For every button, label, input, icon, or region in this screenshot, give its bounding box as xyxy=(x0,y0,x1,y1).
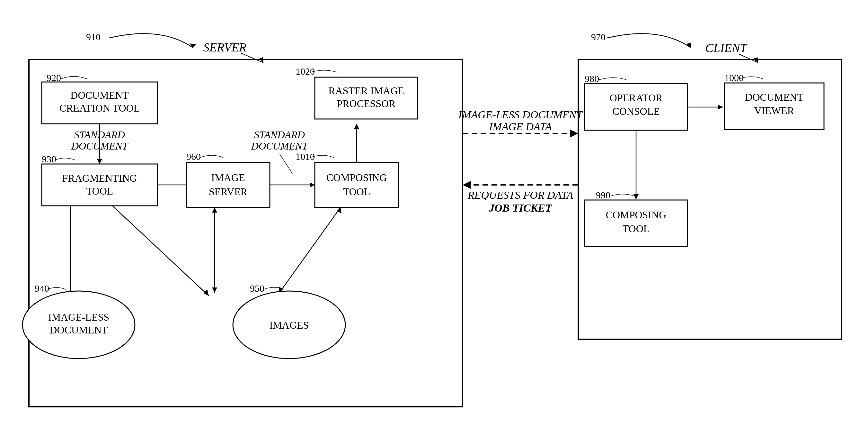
ref-950: 950 xyxy=(250,283,265,294)
svg-line-19 xyxy=(279,207,341,293)
rip-label1: RASTER IMAGE xyxy=(328,85,404,96)
svg-line-16 xyxy=(279,154,292,174)
ref-970: 970 xyxy=(591,31,606,42)
ref-930: 930 xyxy=(42,154,56,164)
svg-marker-18 xyxy=(354,124,359,129)
ref-1010: 1010 xyxy=(296,151,315,162)
frag-tool-label2: TOOL xyxy=(86,185,114,197)
composing-client-label2: TOOL xyxy=(623,223,650,234)
svg-line-1 xyxy=(241,53,264,63)
server-label: SERVER xyxy=(203,40,246,54)
image-server-box xyxy=(186,163,270,207)
doc-viewer-label2: VIEWER xyxy=(754,105,795,116)
doc-viewer-label1: DOCUMENT xyxy=(745,91,803,103)
svg-marker-10 xyxy=(204,289,209,296)
operator-console-label1: OPERATOR xyxy=(610,92,663,104)
composing-tool-server-label1: COMPOSING xyxy=(327,172,387,183)
ref-910: 910 xyxy=(86,31,100,42)
doc-creation-label1: DOCUMENT xyxy=(70,89,129,101)
ref-920: 920 xyxy=(46,72,61,83)
svg-marker-25 xyxy=(463,181,471,189)
fragmenting-tool-box xyxy=(42,164,157,206)
svg-marker-13 xyxy=(212,207,217,212)
rip-label2: PROCESSOR xyxy=(337,98,396,109)
ref-980: 980 xyxy=(585,73,599,84)
img-less-doc-data-label2: IMAGE DATA xyxy=(489,121,552,133)
svg-marker-23 xyxy=(570,129,578,137)
ref-960: 960 xyxy=(186,151,201,162)
frag-tool-label1: FRAGMENTING xyxy=(62,172,137,184)
img-less-doc-data-label1: IMAGE-LESS DOCUMENT xyxy=(458,109,583,121)
img-less-doc-label1: IMAGE-LESS xyxy=(48,311,109,323)
svg-marker-32 xyxy=(633,194,639,199)
requests-label1: REQUESTS FOR DATA xyxy=(467,189,574,201)
svg-marker-12 xyxy=(212,288,217,293)
svg-line-9 xyxy=(113,206,209,296)
doc-creation-label2: CREATION TOOL xyxy=(59,102,140,114)
image-server-label1: IMAGE xyxy=(211,172,245,183)
operator-console-label2: CONSOLE xyxy=(612,106,660,117)
std-doc-label2a: STANDARD xyxy=(254,129,305,141)
architecture-diagram: 910 SERVER 920 DOCUMENT CREATION TOOL ST… xyxy=(0,0,868,437)
ref-1000: 1000 xyxy=(724,72,744,83)
composing-tool-server-label2: TOOL xyxy=(343,186,370,198)
client-label: CLIENT xyxy=(706,41,748,55)
img-less-doc-label2: DOCUMENT xyxy=(50,324,108,336)
images-label: IMAGES xyxy=(270,319,309,331)
ref-1020: 1020 xyxy=(296,66,315,77)
svg-marker-0 xyxy=(189,43,196,48)
diagram-container: 910 SERVER 920 DOCUMENT CREATION TOOL ST… xyxy=(0,0,868,437)
svg-marker-4 xyxy=(97,159,102,164)
std-doc-label2b: DOCUMENT xyxy=(251,140,308,152)
ref-990: 990 xyxy=(596,190,610,200)
composing-client-label1: COMPOSING xyxy=(606,209,666,221)
std-doc-label1a: STANDARD xyxy=(74,129,125,141)
ref-940: 940 xyxy=(35,283,49,294)
std-doc-label1b: DOCUMENT xyxy=(71,140,128,152)
svg-marker-30 xyxy=(718,105,723,110)
svg-marker-15 xyxy=(310,182,315,187)
image-server-label2: SERVER xyxy=(209,186,248,198)
requests-label2: JOB TICKET xyxy=(489,202,552,214)
composing-tool-server-box xyxy=(315,163,398,207)
